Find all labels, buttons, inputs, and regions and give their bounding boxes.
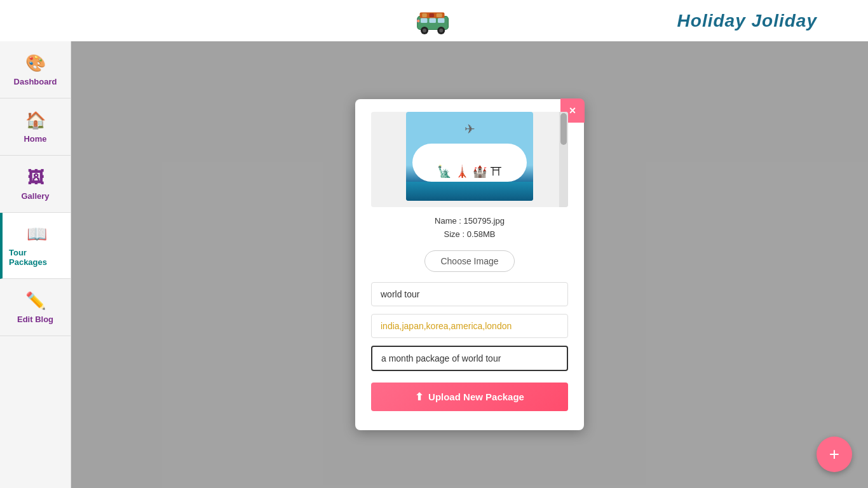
- upload-btn-label: Upload New Package: [428, 391, 524, 402]
- choose-image-button[interactable]: Choose Image: [424, 250, 514, 272]
- sidebar: 🎨 Dashboard 🏠 Home 🖼 Gallery 📖 Tour Pack…: [0, 41, 71, 488]
- sidebar-item-edit-blog[interactable]: ✏️ Edit Blog: [0, 279, 71, 336]
- svg-rect-2: [422, 13, 427, 17]
- sidebar-label-dashboard: Dashboard: [14, 77, 57, 86]
- svg-rect-7: [438, 18, 445, 23]
- dashboard-icon: 🎨: [25, 53, 46, 73]
- header-logo: [412, 3, 456, 38]
- svg-rect-6: [430, 18, 437, 23]
- file-size: Size : 0.58MB: [371, 228, 568, 241]
- scroll-thumb: [560, 113, 567, 145]
- file-info: Name : 150795.jpg Size : 0.58MB: [371, 215, 568, 241]
- header-title: Holiday Joliday: [677, 11, 817, 31]
- package-name-input[interactable]: [371, 282, 568, 306]
- gallery-icon: 🖼: [27, 168, 44, 187]
- description-input[interactable]: [371, 346, 568, 371]
- sidebar-item-gallery[interactable]: 🖼 Gallery: [0, 156, 71, 213]
- airplane-decoration: ✈: [465, 121, 475, 137]
- pagoda-landmark: ⛩: [491, 165, 502, 179]
- header: Holiday Joliday: [0, 0, 868, 41]
- scroll-indicator[interactable]: [559, 112, 568, 207]
- statue-landmark: 🗽: [437, 165, 451, 179]
- fab-add-button[interactable]: +: [817, 437, 852, 472]
- sidebar-label-tour-packages: Tour Packages: [9, 248, 64, 267]
- file-name: Name : 150795.jpg: [371, 215, 568, 228]
- home-icon: 🏠: [25, 111, 46, 130]
- sidebar-item-tour-packages[interactable]: 📖 Tour Packages: [0, 213, 71, 279]
- sidebar-label-home: Home: [24, 134, 46, 144]
- svg-point-13: [417, 20, 419, 21]
- landmarks-decoration: 🗽 🗼 🏰 ⛩: [437, 165, 502, 179]
- edit-blog-icon: ✏️: [25, 291, 46, 311]
- svg-rect-5: [421, 18, 428, 23]
- destinations-input[interactable]: [371, 314, 568, 338]
- tour-packages-icon: 📖: [27, 224, 47, 244]
- upload-new-package-button[interactable]: ⬆ Upload New Package: [371, 383, 568, 411]
- svg-rect-4: [437, 13, 442, 17]
- world-tour-image: ✈ 🗽 🗼 🏰 ⛩: [406, 112, 533, 201]
- svg-rect-3: [430, 13, 435, 17]
- bigben-landmark: 🏰: [473, 165, 487, 179]
- image-preview-area: ✈ 🗽 🗼 🏰 ⛩: [371, 112, 568, 207]
- svg-point-11: [439, 29, 443, 32]
- sidebar-label-edit-blog: Edit Blog: [17, 315, 53, 324]
- modal-overlay: × ✈ 🗽 🗼 🏰 ⛩: [71, 41, 868, 488]
- svg-point-9: [423, 29, 426, 32]
- eiffel-landmark: 🗼: [455, 165, 469, 179]
- sea-decoration: [406, 182, 533, 201]
- sidebar-label-gallery: Gallery: [21, 191, 49, 201]
- upload-modal: × ✈ 🗽 🗼 🏰 ⛩: [355, 99, 584, 430]
- sidebar-item-home[interactable]: 🏠 Home: [0, 98, 71, 156]
- sidebar-item-dashboard[interactable]: 🎨 Dashboard: [0, 41, 71, 98]
- upload-icon: ⬆: [415, 391, 423, 403]
